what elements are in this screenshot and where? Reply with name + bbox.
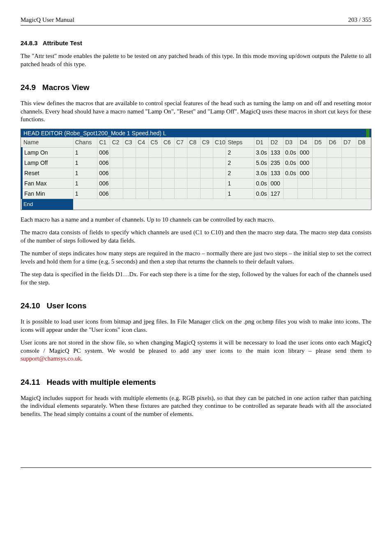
table-cell[interactable] bbox=[213, 178, 226, 188]
table-cell[interactable] bbox=[174, 168, 187, 178]
table-cell[interactable] bbox=[356, 168, 371, 178]
table-cell[interactable]: 006 bbox=[97, 188, 110, 199]
table-cell[interactable]: 3.0s bbox=[254, 168, 269, 178]
table-cell[interactable] bbox=[161, 168, 174, 178]
table-cell[interactable]: 1 bbox=[226, 188, 254, 199]
table-cell[interactable]: 2 bbox=[226, 168, 254, 178]
table-cell[interactable] bbox=[341, 168, 356, 178]
table-cell[interactable]: 2 bbox=[226, 147, 254, 157]
table-cell[interactable] bbox=[200, 157, 213, 168]
table-row[interactable]: Fan Max100610.0s000 bbox=[22, 178, 371, 188]
table-cell[interactable] bbox=[174, 147, 187, 157]
table-cell[interactable]: 1 bbox=[73, 178, 97, 188]
table-cell[interactable] bbox=[110, 147, 123, 157]
table-cell[interactable]: 133 bbox=[269, 168, 283, 178]
table-cell[interactable] bbox=[327, 168, 341, 178]
table-cell[interactable] bbox=[327, 157, 341, 168]
table-cell[interactable] bbox=[149, 188, 161, 199]
table-cell[interactable] bbox=[123, 157, 136, 168]
table-cell[interactable] bbox=[161, 178, 174, 188]
table-cell[interactable]: 127 bbox=[269, 188, 283, 199]
table-cell[interactable] bbox=[136, 147, 149, 157]
table-cell[interactable] bbox=[161, 147, 174, 157]
table-cell[interactable] bbox=[298, 178, 312, 188]
table-row[interactable]: Lamp Off100625.0s2350.0s000 bbox=[22, 157, 371, 168]
table-row[interactable]: Fan Min100610.0s127 bbox=[22, 188, 371, 199]
table-cell[interactable] bbox=[356, 178, 371, 188]
table-cell[interactable]: 0.0s bbox=[283, 157, 297, 168]
table-cell[interactable] bbox=[356, 147, 371, 157]
table-cell[interactable]: Fan Max bbox=[22, 178, 73, 188]
table-cell[interactable] bbox=[110, 178, 123, 188]
table-cell[interactable] bbox=[110, 188, 123, 199]
table-cell[interactable] bbox=[213, 168, 226, 178]
table-cell[interactable]: Lamp On bbox=[22, 147, 73, 157]
table-cell[interactable] bbox=[187, 188, 200, 199]
table-cell[interactable] bbox=[298, 188, 312, 199]
table-cell[interactable] bbox=[149, 178, 161, 188]
table-cell[interactable] bbox=[356, 157, 371, 168]
table-row[interactable]: Lamp On100623.0s1330.0s000 bbox=[22, 147, 371, 157]
table-cell[interactable] bbox=[174, 188, 187, 199]
table-cell[interactable] bbox=[123, 188, 136, 199]
table-cell[interactable] bbox=[123, 168, 136, 178]
table-cell[interactable] bbox=[356, 188, 371, 199]
table-cell[interactable]: 133 bbox=[269, 147, 283, 157]
table-cell[interactable] bbox=[161, 188, 174, 199]
table-cell[interactable]: 0.0s bbox=[254, 188, 269, 199]
table-cell[interactable]: 1 bbox=[73, 147, 97, 157]
table-cell[interactable]: 1 bbox=[226, 178, 254, 188]
table-row[interactable]: Reset100623.0s1330.0s000 bbox=[22, 168, 371, 178]
table-cell[interactable] bbox=[312, 157, 327, 168]
table-cell[interactable] bbox=[123, 147, 136, 157]
table-cell[interactable]: 1 bbox=[73, 157, 97, 168]
table-cell[interactable] bbox=[136, 188, 149, 199]
table-cell[interactable] bbox=[174, 157, 187, 168]
table-cell[interactable] bbox=[123, 178, 136, 188]
table-cell[interactable] bbox=[161, 157, 174, 168]
table-cell[interactable]: 5.0s bbox=[254, 157, 269, 168]
table-cell[interactable]: 2 bbox=[226, 157, 254, 168]
table-cell[interactable] bbox=[110, 168, 123, 178]
table-cell[interactable]: 000 bbox=[298, 168, 312, 178]
table-cell[interactable] bbox=[312, 168, 327, 178]
table-cell[interactable] bbox=[312, 188, 327, 199]
table-cell[interactable] bbox=[213, 147, 226, 157]
table-cell[interactable] bbox=[200, 188, 213, 199]
table-cell[interactable] bbox=[283, 178, 297, 188]
table-cell[interactable]: Lamp Off bbox=[22, 157, 73, 168]
table-cell[interactable] bbox=[341, 188, 356, 199]
table-cell[interactable] bbox=[283, 188, 297, 199]
table-cell[interactable] bbox=[136, 157, 149, 168]
table-cell[interactable] bbox=[187, 178, 200, 188]
table-cell[interactable] bbox=[200, 178, 213, 188]
table-cell[interactable]: Reset bbox=[22, 168, 73, 178]
table-cell[interactable] bbox=[327, 178, 341, 188]
table-cell[interactable] bbox=[341, 178, 356, 188]
table-cell[interactable] bbox=[187, 168, 200, 178]
table-cell[interactable]: 006 bbox=[97, 178, 110, 188]
table-cell[interactable]: 235 bbox=[269, 157, 283, 168]
table-cell[interactable]: 000 bbox=[298, 147, 312, 157]
table-cell[interactable] bbox=[149, 168, 161, 178]
table-cell[interactable]: 006 bbox=[97, 157, 110, 168]
table-cell[interactable] bbox=[136, 178, 149, 188]
table-cell[interactable]: 1 bbox=[73, 188, 97, 199]
table-cell[interactable] bbox=[327, 188, 341, 199]
table-cell[interactable] bbox=[213, 188, 226, 199]
table-cell[interactable] bbox=[149, 157, 161, 168]
table-cell[interactable]: 000 bbox=[298, 157, 312, 168]
table-cell[interactable] bbox=[327, 147, 341, 157]
table-cell[interactable]: 0.0s bbox=[283, 147, 297, 157]
table-cell[interactable] bbox=[213, 157, 226, 168]
table-cell[interactable] bbox=[341, 157, 356, 168]
table-cell[interactable] bbox=[110, 157, 123, 168]
table-cell[interactable]: 006 bbox=[97, 147, 110, 157]
table-cell[interactable] bbox=[200, 147, 213, 157]
table-cell[interactable]: 006 bbox=[97, 168, 110, 178]
table-cell[interactable]: 0.0s bbox=[283, 168, 297, 178]
table-cell[interactable]: 1 bbox=[73, 168, 97, 178]
table-cell[interactable]: 000 bbox=[269, 178, 283, 188]
table-cell[interactable]: 0.0s bbox=[254, 178, 269, 188]
table-cell[interactable] bbox=[136, 168, 149, 178]
